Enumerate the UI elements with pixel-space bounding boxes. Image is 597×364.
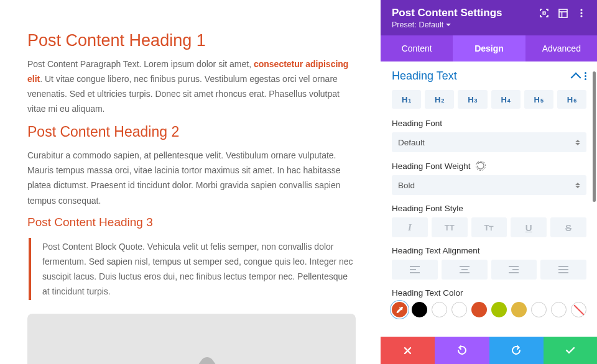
save-button[interactable] — [544, 337, 597, 364]
heading-level-h4[interactable]: H4 — [491, 90, 521, 109]
label-heading-font: Heading Font — [392, 119, 586, 128]
scan-icon[interactable] — [539, 8, 549, 18]
label-heading-alignment: Heading Text Alignment — [392, 246, 586, 255]
tab-advanced[interactable]: Advanced — [525, 35, 597, 61]
strikethrough-button[interactable]: S — [550, 217, 586, 237]
tab-content[interactable]: Content — [381, 35, 453, 61]
cancel-button[interactable] — [381, 337, 435, 364]
placeholder-mountain-icon — [117, 334, 266, 364]
label-heading-text-color: Heading Text Color — [392, 288, 586, 298]
post-paragraph-2: Curabitur a commodo sapien, at pellentes… — [27, 148, 356, 207]
chevron-up-icon[interactable] — [571, 72, 581, 83]
color-picker-swatch[interactable] — [392, 302, 407, 317]
redo-icon — [511, 345, 522, 356]
svg-point-8 — [580, 15, 582, 17]
undo-button[interactable] — [435, 337, 489, 364]
select-arrows-icon — [575, 140, 580, 145]
color-swatch-empty[interactable] — [432, 302, 447, 317]
settings-panel: Post Content Settings Preset: Default Co… — [381, 0, 597, 364]
svg-point-6 — [580, 9, 582, 11]
layout-icon[interactable] — [558, 8, 568, 18]
align-left-button[interactable] — [392, 260, 438, 280]
post-heading-2: Post Content Heading 2 — [27, 124, 356, 140]
heading-level-h6[interactable]: H6 — [557, 90, 586, 109]
color-swatch-gold[interactable] — [511, 302, 527, 317]
image-placeholder — [27, 314, 356, 364]
color-swatch-orange[interactable] — [471, 302, 487, 317]
post-heading-3: Post Content Heading 3 — [27, 216, 356, 229]
preset-selector[interactable]: Preset: Default — [392, 20, 586, 29]
text: Post Content Paragraph Text. Lorem ipsum… — [27, 59, 254, 69]
font-style-row: I TT Tᴛ U S — [392, 217, 586, 237]
select-arrows-icon — [575, 183, 580, 188]
panel-footer — [381, 337, 597, 364]
check-icon — [565, 346, 576, 355]
blockquote-text: Post Content Block Quote. Vehicula velit… — [42, 239, 356, 299]
section-kebab-icon[interactable] — [585, 72, 586, 80]
align-justify-button[interactable] — [540, 260, 586, 280]
tab-design[interactable]: Design — [453, 35, 525, 61]
redo-button[interactable] — [489, 337, 544, 364]
label-heading-font-style: Heading Font Style — [392, 204, 586, 213]
heading-level-h1[interactable]: H1 — [392, 90, 421, 109]
scrollbar[interactable] — [593, 71, 596, 202]
color-swatches — [392, 302, 586, 317]
panel-title: Post Content Settings — [392, 7, 502, 19]
color-swatch-empty[interactable] — [451, 302, 467, 317]
italic-button[interactable]: I — [392, 217, 428, 237]
preset-label: Preset: — [392, 20, 417, 29]
alignment-row — [392, 260, 586, 280]
post-blockquote: Post Content Block Quote. Vehicula velit… — [29, 238, 356, 300]
underline-button[interactable]: U — [511, 217, 547, 237]
reset-icon[interactable] — [476, 161, 486, 171]
section-title[interactable]: Heading Text — [392, 70, 457, 83]
text: . Ut vitae congue libero, nec finibus pu… — [27, 74, 340, 114]
color-swatch-empty[interactable] — [551, 302, 567, 317]
svg-point-7 — [580, 12, 582, 14]
select-value: Bold — [398, 181, 415, 190]
undo-icon — [456, 345, 468, 356]
heading-level-h3[interactable]: H3 — [458, 90, 487, 109]
align-right-button[interactable] — [491, 260, 537, 280]
svg-rect-2 — [543, 12, 545, 14]
color-swatch-lime[interactable] — [491, 302, 507, 317]
heading-level-h2[interactable]: H2 — [425, 90, 454, 109]
editor-canvas: Post Content Heading 1 Post Content Para… — [0, 0, 381, 364]
label-heading-font-weight: Heading Font Weight — [392, 161, 586, 171]
align-center-button[interactable] — [442, 260, 488, 280]
select-value: Default — [398, 138, 425, 147]
color-swatch-empty[interactable] — [531, 302, 547, 317]
smallcaps-button[interactable]: Tᴛ — [471, 217, 507, 237]
heading-font-select[interactable]: Default — [392, 132, 586, 152]
close-icon — [403, 346, 412, 355]
heading-level-row: H1 H2 H3 H4 H5 H6 — [392, 90, 586, 109]
post-heading-1: Post Content Heading 1 — [27, 31, 356, 50]
heading-font-weight-select[interactable]: Bold — [392, 175, 586, 195]
eyedropper-icon — [396, 305, 404, 314]
kebab-menu-icon[interactable] — [576, 8, 586, 18]
color-swatch-none[interactable] — [571, 302, 586, 317]
color-swatch-black[interactable] — [412, 302, 427, 317]
preset-value: Default — [419, 20, 444, 29]
panel-body: Heading Text H1 H2 H3 H4 H5 H6 Heading F… — [381, 61, 597, 337]
uppercase-button[interactable]: TT — [432, 217, 468, 237]
panel-header: Post Content Settings Preset: Default — [381, 0, 597, 35]
caret-down-icon — [446, 24, 451, 26]
post-paragraph-1: Post Content Paragraph Text. Lorem ipsum… — [27, 57, 356, 116]
panel-tabs: Content Design Advanced — [381, 35, 597, 61]
heading-level-h5[interactable]: H5 — [524, 90, 553, 109]
svg-rect-3 — [559, 9, 567, 17]
